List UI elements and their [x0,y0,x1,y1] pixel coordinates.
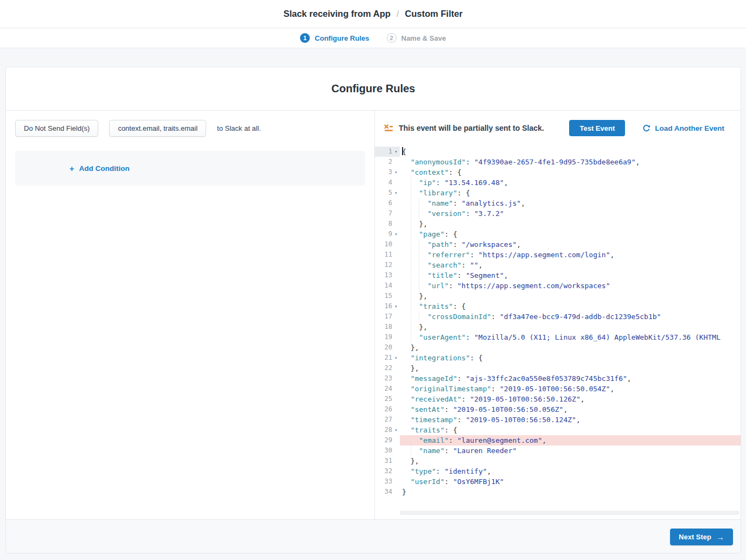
gutter-line-number: 25 [375,394,400,404]
code-line-15[interactable]: 15}, [375,291,741,301]
code-line-24[interactable]: 24"originalTimestamp": "2019-05-10T00:56… [375,384,741,394]
code-line-18[interactable]: 18}, [375,322,741,332]
gutter-line-number: 12 [375,260,400,270]
gutter-line-number: 16▾ [375,301,400,311]
code-line-25[interactable]: 25"receivedAt": "2019-05-10T00:56:50.126… [375,394,741,404]
code-line-33[interactable]: 33"userId": "OsY6MFBj1K" [375,476,741,487]
fold-caret-icon[interactable]: ▾ [392,229,400,239]
code-line-10[interactable]: 10"path": "/workspaces", [375,239,741,250]
code-line-20[interactable]: 20}, [375,342,741,353]
event-status-message: This event will be partially sent to Sla… [399,124,544,132]
gutter-line-number: 17 [375,311,400,322]
filter-config-panel: Do Not Send Field(s) context.email, trai… [6,111,375,519]
partial-filter-icon [384,124,393,132]
fold-caret-icon[interactable]: ▾ [392,301,400,311]
test-event-button[interactable]: Test Event [569,120,625,136]
code-line-30[interactable]: 30"name": "Lauren Reeder" [375,446,741,456]
card-footer: Next Step → [6,519,741,553]
code-line-11[interactable]: 11"referrer": "https://app.segment.com/l… [375,250,741,260]
plus-icon: + [69,164,74,173]
gutter-line-number: 2 [375,157,400,167]
step-name-and-save[interactable]: 2 Name & Save [387,33,446,43]
gutter-line-number: 26 [375,404,400,415]
code-line-9[interactable]: 9▾"page": { [375,229,741,239]
code-line-1[interactable]: 1▾{ [375,147,741,157]
breadcrumb-page-name: Custom Filter [405,9,462,19]
gutter-line-number: 6 [375,198,400,208]
code-line-6[interactable]: 6"name": "analytics.js", [375,198,741,208]
breadcrumb-app-name[interactable]: Slack receiving from App [283,9,390,19]
code-line-8[interactable]: 8}, [375,219,741,229]
filter-fields-button[interactable]: context.email, traits.email [109,120,206,137]
filter-suffix-text: to Slack at all. [217,124,261,132]
gutter-line-number: 14 [375,281,400,291]
gutter-line-number: 11 [375,250,400,260]
gutter-line-number: 21▾ [375,353,400,363]
filter-action-button[interactable]: Do Not Send Field(s) [15,120,98,137]
gutter-line-number: 34 [375,487,400,497]
gutter-line-number: 18 [375,322,400,332]
code-line-14[interactable]: 14"url": "https://app.segment.com/worksp… [375,281,741,291]
gutter-line-number: 10 [375,239,400,250]
code-line-19[interactable]: 19"userAgent": "Mozilla/5.0 (X11; Linux … [375,332,741,342]
code-line-22[interactable]: 22}, [375,363,741,373]
code-line-7[interactable]: 7"version": "3.7.2" [375,208,741,219]
load-another-event-button[interactable]: Load Another Event [642,124,724,132]
step-configure-rules[interactable]: 1 Configure Rules [300,33,369,43]
load-another-event-label: Load Another Event [655,124,724,132]
fold-caret-icon[interactable]: ▾ [392,167,400,177]
configure-rules-card: Configure Rules Do Not Send Field(s) con… [5,67,741,553]
event-preview-header: This event will be partially sent to Sla… [375,111,741,145]
code-line-29[interactable]: 29"email": "lauren@segment.com", [375,435,741,446]
gutter-line-number: 24 [375,384,400,394]
code-line-13[interactable]: 13"title": "Segment", [375,270,741,281]
step-1-label: Configure Rules [315,34,369,42]
code-line-31[interactable]: 31}, [375,456,741,466]
gutter-line-number: 28▾ [375,425,400,435]
editor-horizontal-scrollbar[interactable] [400,511,739,515]
code-line-23[interactable]: 23"messageId": "ajs-33ffc2ac0a550e8f0537… [375,373,741,384]
code-line-4[interactable]: 4"ip": "13.54.169.48", [375,177,741,188]
gutter-line-number: 19 [375,332,400,342]
code-line-12[interactable]: 12"search": "", [375,260,741,270]
code-line-2[interactable]: 2"anonymousId": "4f9390ae-2657-4fe1-9d95… [375,157,741,167]
code-line-3[interactable]: 3▾"context": { [375,167,741,177]
add-condition-panel: + Add Condition [15,151,365,186]
json-editor[interactable]: 1▾{2"anonymousId": "4f9390ae-2657-4fe1-9… [375,145,741,519]
code-line-28[interactable]: 28▾"traits": { [375,425,741,435]
code-lines: 1▾{2"anonymousId": "4f9390ae-2657-4fe1-9… [375,147,741,497]
gutter-line-number: 29 [375,435,400,446]
code-line-5[interactable]: 5▾"library": { [375,188,741,198]
gutter-line-number: 32 [375,466,400,476]
gutter-line-number: 13 [375,270,400,281]
fold-caret-icon[interactable]: ▾ [392,188,400,198]
gutter-line-number: 8 [375,219,400,229]
gutter-line-number: 1▾ [375,147,400,157]
gutter-line-number: 3▾ [375,167,400,177]
step-2-label: Name & Save [401,34,446,42]
code-line-27[interactable]: 27"timestamp": "2019-05-10T00:56:50.124Z… [375,415,741,425]
fold-caret-icon[interactable]: ▾ [392,353,400,363]
code-line-16[interactable]: 16▾"traits": { [375,301,741,311]
fold-caret-icon[interactable]: ▾ [392,425,400,435]
gutter-line-number: 7 [375,208,400,219]
code-line-21[interactable]: 21▾"integrations": { [375,353,741,363]
next-step-button[interactable]: Next Step → [670,529,733,545]
page-header: Slack receiving from App / Custom Filter [0,0,746,28]
code-line-34[interactable]: 34} [375,487,741,497]
add-condition-button[interactable]: + Add Condition [69,164,130,173]
fold-caret-icon[interactable]: ▾ [392,147,400,157]
gutter-line-number: 5▾ [375,188,400,198]
code-line-32[interactable]: 32"type": "identify", [375,466,741,476]
code-line-26[interactable]: 26"sentAt": "2019-05-10T00:56:50.056Z", [375,404,741,415]
gutter-line-number: 22 [375,363,400,373]
gutter-line-number: 33 [375,476,400,487]
gutter-line-number: 4 [375,177,400,188]
gutter-line-number: 30 [375,446,400,456]
code-line-17[interactable]: 17"crossDomainId": "df3a47ee-bcc9-479d-a… [375,311,741,322]
gutter-line-number: 31 [375,456,400,466]
next-step-label: Next Step [679,533,711,541]
gutter-line-number: 9▾ [375,229,400,239]
card-title: Configure Rules [6,67,741,111]
arrow-right-icon: → [716,533,724,541]
